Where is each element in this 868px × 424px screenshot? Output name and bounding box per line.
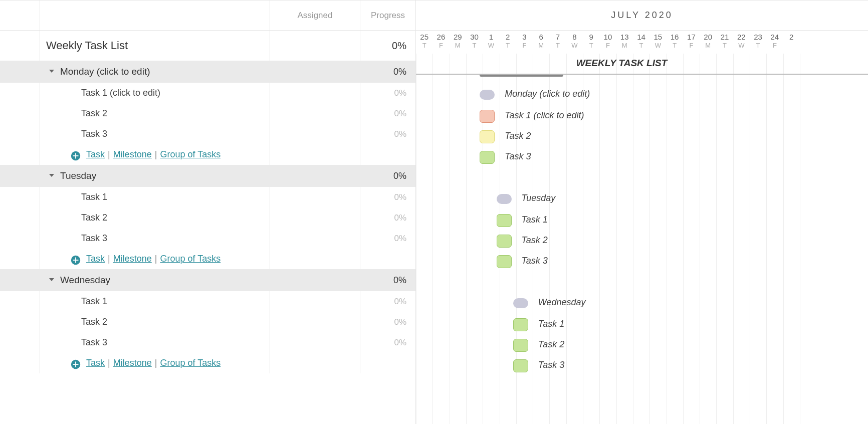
gantt-project-title: WEEKLY TASK LIST — [576, 58, 668, 69]
timeline-day[interactable]: 21T — [716, 31, 733, 54]
column-header-assigned[interactable]: Assigned — [270, 1, 360, 30]
timeline-day[interactable]: 30T — [466, 31, 483, 54]
add-milestone-link[interactable]: Milestone — [113, 358, 152, 368]
gantt-group-label: Tuesday — [522, 193, 556, 203]
timeline-day[interactable]: 2T — [499, 31, 516, 54]
group-name: Wednesday — [60, 275, 110, 286]
add-task-link[interactable]: Task — [86, 358, 105, 368]
task-progress: 0% — [360, 187, 415, 207]
add-milestone-link[interactable]: Milestone — [113, 254, 152, 264]
gantt-task-bar[interactable] — [497, 214, 512, 227]
timeline-day[interactable]: 20M — [700, 31, 716, 54]
column-header-progress[interactable]: Progress — [360, 1, 415, 30]
gantt-task-bar[interactable] — [513, 359, 528, 372]
task-name[interactable]: Task 1 — [40, 187, 270, 207]
gantt-task-label: Task 3 — [505, 151, 531, 162]
gantt-group-bar[interactable] — [480, 90, 495, 100]
task-name[interactable]: Task 1 — [40, 291, 270, 312]
task-progress: 0% — [360, 228, 415, 249]
gantt-task-bar[interactable] — [497, 255, 512, 268]
task-progress: 0% — [360, 207, 415, 228]
gantt-task-label: Task 3 — [522, 256, 548, 266]
gantt-task-bar[interactable] — [480, 110, 495, 123]
add-milestone-link[interactable]: Milestone — [113, 149, 152, 159]
gantt-task-bar[interactable] — [480, 151, 495, 164]
group-progress: 0% — [360, 61, 415, 83]
task-progress: 0% — [360, 291, 415, 312]
add-task-link[interactable]: Task — [86, 254, 105, 264]
task-progress: 0% — [360, 124, 415, 144]
timeline-day[interactable]: 24F — [766, 31, 783, 54]
timeline-day[interactable]: 22W — [733, 31, 750, 54]
timeline-month-label: JULY 2020 — [416, 1, 868, 31]
gantt-group-label: Monday (click to edit) — [505, 89, 590, 99]
plus-icon[interactable] — [70, 359, 81, 370]
svg-marker-8 — [49, 278, 54, 281]
svg-marker-0 — [49, 70, 54, 73]
add-group-link[interactable]: Group of Tasks — [160, 358, 221, 368]
group-header[interactable]: Monday (click to edit) — [40, 61, 270, 83]
svg-rect-7 — [73, 260, 79, 261]
gantt-panel: JULY 2020 25T26F29M30T1W2T3F6M7T8W9T10F1… — [416, 1, 868, 424]
gantt-group-bar[interactable] — [513, 298, 528, 308]
task-name[interactable]: Task 2 — [40, 103, 270, 124]
gantt-task-bar[interactable] — [497, 235, 512, 248]
gantt-group-label: Wednesday — [538, 297, 586, 308]
add-group-link[interactable]: Group of Tasks — [160, 254, 221, 264]
plus-icon[interactable] — [70, 150, 81, 161]
group-name: Tuesday — [60, 170, 96, 181]
task-name[interactable]: Task 2 — [40, 312, 270, 332]
task-progress: 0% — [360, 332, 415, 353]
task-name[interactable]: Task 3 — [40, 332, 270, 353]
task-progress: 0% — [360, 83, 415, 103]
plus-icon[interactable] — [70, 255, 81, 266]
svg-marker-4 — [49, 174, 54, 177]
task-name[interactable]: Task 3 — [40, 228, 270, 249]
svg-rect-11 — [73, 364, 79, 365]
collapse-icon[interactable] — [49, 69, 54, 74]
group-header[interactable]: Tuesday — [40, 165, 270, 187]
timeline-day[interactable]: 1W — [483, 31, 499, 54]
task-list-panel: Assigned Progress Weekly Task List0%Mond… — [0, 1, 416, 424]
timeline-day[interactable]: 25T — [416, 31, 432, 54]
timeline-day[interactable]: 15W — [649, 31, 666, 54]
gantt-task-bar[interactable] — [513, 339, 528, 352]
gantt-task-label: Task 1 — [538, 319, 564, 329]
gantt-task-label: Task 3 — [538, 360, 564, 370]
timeline-day[interactable]: 23T — [750, 31, 766, 54]
gantt-task-bar[interactable] — [480, 130, 495, 143]
gantt-task-label: Task 2 — [522, 235, 548, 246]
task-name[interactable]: Task 2 — [40, 207, 270, 228]
timeline-day[interactable]: 17F — [683, 31, 700, 54]
add-task-link[interactable]: Task — [86, 149, 105, 159]
timeline-day[interactable]: 14T — [633, 31, 649, 54]
timeline-day[interactable]: 2 — [783, 31, 800, 54]
gantt-task-label: Task 2 — [538, 339, 564, 350]
timeline-day[interactable]: 29M — [450, 31, 466, 54]
timeline-day[interactable]: 9T — [583, 31, 599, 54]
group-header[interactable]: Wednesday — [40, 269, 270, 291]
timeline-day[interactable]: 3F — [516, 31, 533, 54]
task-name[interactable]: Task 3 — [40, 124, 270, 144]
timeline-day[interactable]: 6M — [533, 31, 549, 54]
collapse-icon[interactable] — [49, 173, 54, 178]
gantt-task-label: Task 2 — [505, 131, 531, 141]
gantt-task-bar[interactable] — [513, 318, 528, 331]
timeline-day[interactable]: 10F — [599, 31, 616, 54]
timeline-day[interactable]: 7T — [549, 31, 566, 54]
group-progress: 0% — [360, 165, 415, 187]
timeline-day[interactable]: 26F — [432, 31, 449, 54]
task-name[interactable]: Task 1 (click to edit) — [40, 83, 270, 103]
gantt-task-label: Task 1 — [522, 215, 548, 225]
timeline-day[interactable]: 16T — [666, 31, 683, 54]
gantt-group-bar[interactable] — [497, 194, 512, 204]
timeline-day[interactable]: 13M — [616, 31, 633, 54]
task-progress: 0% — [360, 312, 415, 332]
group-progress: 0% — [360, 269, 415, 291]
add-group-link[interactable]: Group of Tasks — [160, 149, 221, 159]
timeline-day[interactable]: 8W — [566, 31, 583, 54]
collapse-icon[interactable] — [49, 277, 54, 282]
group-name: Monday (click to edit) — [60, 66, 150, 77]
gantt-task-label: Task 1 (click to edit) — [505, 110, 584, 121]
project-title[interactable]: Weekly Task List — [40, 31, 270, 61]
